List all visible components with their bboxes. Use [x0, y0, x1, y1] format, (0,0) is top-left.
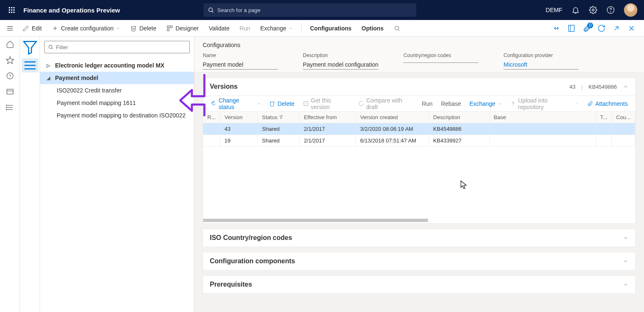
recent-icon[interactable] — [6, 72, 14, 80]
refresh-icon[interactable] — [597, 24, 606, 32]
get-version-button: Get this version — [299, 96, 353, 112]
field-value-link[interactable]: Microsoft — [503, 60, 579, 70]
svg-rect-2 — [13, 7, 15, 8]
workspaces-icon[interactable] — [6, 87, 14, 96]
svg-line-43 — [52, 48, 53, 49]
office-icon[interactable] — [567, 24, 576, 32]
global-search[interactable] — [204, 3, 416, 17]
tree-node-selected[interactable]: ◢Payment model — [40, 72, 194, 84]
col-cou[interactable]: Cou... — [612, 112, 635, 123]
versions-title: Versions — [210, 83, 238, 90]
view-rail — [20, 37, 40, 312]
versions-header[interactable]: Versions 43 | KB4549886 — [203, 78, 635, 95]
gear-icon[interactable] — [589, 6, 597, 14]
col-description[interactable]: Description — [429, 112, 489, 123]
cell-created: 3/2/2020 08:06:19 AM — [356, 123, 429, 135]
table-header-row: R... Version Status Effective from Versi… — [203, 112, 635, 123]
field-value[interactable]: Payment model configuration — [303, 60, 378, 70]
create-label: Create configuration — [61, 25, 113, 32]
col-effective[interactable]: Effective from — [299, 112, 356, 123]
tree-node-label: Payment model mapping 1611 — [57, 100, 136, 106]
version-exchange-label: Exchange — [469, 100, 495, 107]
designer-button[interactable]: Designer — [162, 23, 203, 33]
create-configuration-button[interactable]: Create configuration — [48, 23, 124, 33]
delete-button[interactable]: Delete — [126, 23, 160, 33]
tree-node-label: ISO20022 Credit transfer — [57, 87, 122, 94]
tree-node[interactable]: Payment model mapping 1611 — [40, 97, 194, 109]
notifications-icon[interactable] — [571, 6, 580, 14]
col-status[interactable]: Status — [258, 112, 299, 123]
expand-icon[interactable]: ▷ — [47, 63, 53, 68]
cell-created: 6/13/2018 07:51:47 AM — [356, 135, 429, 147]
help-icon[interactable] — [606, 6, 615, 14]
link-icon[interactable] — [552, 24, 561, 32]
components-header[interactable]: Configuration components — [203, 252, 635, 270]
table-row[interactable]: 43 Shared 2/1/2017 3/2/2020 08:06:19 AM … — [203, 123, 635, 135]
tree-node-label: Payment model — [55, 75, 98, 81]
tree-node[interactable]: Payment model mapping to destination ISO… — [40, 109, 194, 122]
avatar[interactable] — [624, 3, 637, 17]
col-status-label: Status — [262, 114, 277, 120]
svg-point-13 — [611, 12, 611, 12]
tree-filter-input[interactable] — [56, 44, 186, 50]
attachments-button[interactable]: Attachments — [584, 99, 631, 108]
iso-header[interactable]: ISO Country/region codes — [203, 229, 635, 247]
col-version[interactable]: Version — [220, 112, 258, 123]
configurations-tab[interactable]: Configurations — [306, 23, 356, 33]
svg-rect-21 — [167, 29, 169, 31]
exchange-button[interactable]: Exchange — [256, 23, 297, 33]
get-version-label: Get this version — [311, 97, 350, 110]
horizontal-scrollbar[interactable] — [203, 217, 635, 223]
home-icon[interactable] — [6, 40, 14, 48]
list-view-tab[interactable] — [22, 58, 38, 72]
edit-button[interactable]: Edit — [18, 23, 46, 33]
col-t[interactable]: T... — [596, 112, 611, 123]
attachments-icon[interactable]: 0 — [582, 24, 591, 32]
annotation-arrow-icon — [179, 73, 206, 118]
tree-node[interactable]: ISO20022 Credit transfer — [40, 84, 194, 97]
action-bar: Edit Create configuration Delete Designe… — [0, 20, 644, 37]
prereq-header[interactable]: Prerequisites — [203, 276, 635, 293]
app-launcher-icon[interactable] — [5, 7, 18, 13]
field-value[interactable] — [403, 60, 478, 63]
cell-version: 43 — [220, 123, 258, 135]
designer-label: Designer — [176, 25, 199, 32]
page-search-button[interactable] — [390, 23, 405, 33]
svg-point-22 — [395, 26, 398, 30]
field-value[interactable]: Payment model — [203, 60, 278, 70]
svg-marker-38 — [24, 42, 36, 54]
col-created[interactable]: Version created — [356, 112, 429, 123]
configuration-tree-panel: ▷Electronic ledger accounting model MX ◢… — [40, 37, 194, 312]
version-exchange-button[interactable]: Exchange — [466, 99, 505, 108]
options-label: Options — [362, 25, 384, 32]
tree-filter[interactable] — [44, 41, 190, 53]
validate-button[interactable]: Validate — [205, 23, 234, 33]
options-button[interactable]: Options — [357, 23, 388, 33]
cell-base — [489, 135, 596, 147]
close-icon[interactable] — [627, 24, 636, 32]
search-input[interactable] — [217, 7, 412, 13]
versions-grid[interactable]: R... Version Status Effective from Versi… — [203, 111, 635, 223]
svg-rect-8 — [13, 12, 15, 13]
run-label: Run — [239, 25, 250, 32]
cell-effective: 2/1/2017 — [299, 135, 356, 147]
popout-icon[interactable] — [612, 24, 621, 32]
company-code[interactable]: DEMF — [546, 7, 562, 13]
tree-node[interactable]: ▷Electronic ledger accounting model MX — [40, 59, 194, 72]
filter-view-tab[interactable] — [22, 40, 38, 54]
col-base[interactable]: Base — [489, 112, 596, 123]
change-status-button[interactable]: Change status — [207, 96, 264, 112]
cell-effective: 2/1/2017 — [299, 123, 356, 135]
favorite-icon[interactable] — [6, 56, 14, 64]
svg-rect-30 — [7, 89, 13, 94]
version-run-button: Run — [418, 99, 436, 108]
version-delete-button[interactable]: Delete — [266, 99, 297, 108]
table-row[interactable]: 19 Shared 2/1/2017 6/13/2018 07:51:47 AM… — [203, 135, 635, 147]
prereq-title: Prerequisites — [210, 281, 252, 288]
top-nav: Finance and Operations Preview DEMF — [0, 0, 644, 20]
nav-toggle-icon[interactable] — [3, 25, 17, 32]
modules-icon[interactable] — [6, 103, 14, 112]
run-button: Run — [235, 23, 254, 33]
collapse-icon[interactable]: ◢ — [47, 75, 53, 81]
svg-rect-24 — [569, 25, 574, 31]
